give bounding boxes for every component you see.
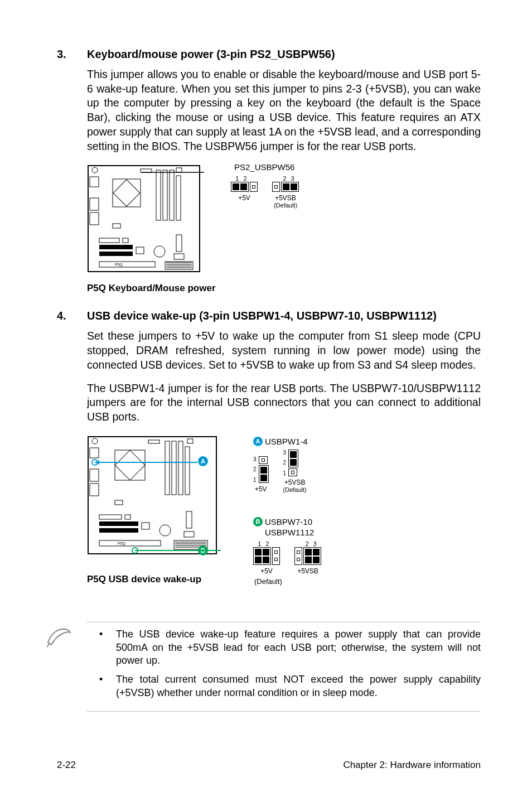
jumper-cluster-a: A USBPW1-4 3 2 1 bbox=[253, 437, 308, 493]
pin-label: 3 bbox=[313, 540, 317, 547]
svg-rect-9 bbox=[156, 170, 161, 220]
svg-rect-47 bbox=[99, 521, 138, 526]
svg-rect-45 bbox=[99, 515, 122, 519]
svg-rect-43 bbox=[185, 447, 190, 495]
svg-point-50 bbox=[159, 525, 171, 536]
pin-label: 1 bbox=[253, 477, 257, 483]
section-4-para-2: The USBPW1-4 jumper is for the rear USB … bbox=[87, 381, 481, 424]
svg-rect-46 bbox=[125, 515, 130, 519]
page-number: 2-22 bbox=[57, 760, 76, 771]
cluster-b-title-1: USBPW7-10 bbox=[265, 517, 312, 526]
page: 3. Keyboard/mouse power (3-pin PS2_USBPW… bbox=[0, 0, 532, 802]
svg-rect-2 bbox=[141, 169, 152, 172]
svg-text:A: A bbox=[201, 458, 205, 465]
jumper-5vsb: 2 3 +5VSB (Default) bbox=[272, 175, 299, 209]
diagram-1-caption: P5Q Keyboard/Mouse power bbox=[87, 283, 481, 294]
svg-rect-14 bbox=[99, 238, 119, 243]
page-footer: 2-22 Chapter 2: Hardware information bbox=[57, 760, 481, 771]
motherboard-outline-1: P5Q bbox=[87, 162, 204, 279]
note-pen-icon bbox=[46, 626, 72, 648]
chapter-label: Chapter 2: Hardware information bbox=[343, 760, 481, 771]
svg-rect-8 bbox=[113, 180, 140, 206]
volt-label: +5VSB bbox=[283, 479, 307, 486]
section-4-body: Set these jumpers to +5V to wake up the … bbox=[87, 329, 481, 424]
pin-label: 1 bbox=[283, 470, 287, 476]
svg-rect-33 bbox=[148, 440, 159, 443]
pin-label: 1 bbox=[258, 540, 261, 547]
note-list: The USB device wake-up feature requires … bbox=[87, 628, 481, 700]
jumper-a-5vsb: 3 2 1 +5VSB (Default) bbox=[283, 450, 307, 493]
svg-rect-41 bbox=[172, 441, 176, 495]
svg-rect-49 bbox=[142, 523, 149, 529]
svg-rect-20 bbox=[176, 235, 182, 252]
svg-rect-11 bbox=[170, 170, 174, 220]
svg-rect-36 bbox=[90, 469, 99, 481]
svg-rect-21 bbox=[174, 254, 184, 259]
svg-rect-51 bbox=[186, 511, 192, 528]
section-3-title: Keyboard/mouse power (3-pin PS2_USBPW56) bbox=[87, 48, 335, 61]
svg-rect-52 bbox=[184, 532, 194, 537]
section-4-header: 4. USB device wake-up (3-pin USBPW1-4, U… bbox=[57, 310, 481, 322]
svg-rect-34 bbox=[187, 439, 193, 443]
svg-rect-48 bbox=[99, 528, 138, 533]
jumper-b-5v: 1 2 +5V bbox=[253, 540, 280, 575]
diagram-2-default: (Default) bbox=[254, 577, 282, 586]
svg-point-19 bbox=[154, 246, 165, 257]
svg-rect-38 bbox=[115, 450, 145, 480]
default-label: (Default) bbox=[272, 202, 299, 209]
svg-rect-18 bbox=[136, 247, 144, 254]
badge-b-icon: B bbox=[253, 517, 263, 526]
pin-label: 3 bbox=[283, 450, 287, 456]
section-3: 3. Keyboard/mouse power (3-pin PS2_USBPW… bbox=[57, 48, 481, 294]
section-3-header: 3. Keyboard/mouse power (3-pin PS2_USBPW… bbox=[57, 48, 481, 61]
svg-text:P5Q: P5Q bbox=[115, 263, 123, 267]
pin-label: 2 bbox=[243, 175, 246, 182]
svg-rect-22 bbox=[99, 262, 155, 267]
pin-label: 3 bbox=[291, 175, 294, 182]
jumper-cluster-b: B USBPW7-10 USBPW1112 1 2 bbox=[253, 517, 321, 575]
note-item-2: The total current consumed must NOT exce… bbox=[116, 673, 481, 700]
diagram-2-caption: P5Q USB device wake-up bbox=[87, 574, 201, 585]
svg-rect-39 bbox=[115, 450, 145, 480]
volt-label: +5VSB bbox=[294, 567, 321, 575]
pin-label: 2 bbox=[283, 175, 286, 182]
section-3-number: 3. bbox=[57, 48, 87, 61]
default-label: (Default) bbox=[283, 486, 307, 493]
svg-rect-10 bbox=[163, 170, 167, 220]
svg-rect-6 bbox=[90, 212, 99, 225]
svg-rect-31 bbox=[88, 437, 216, 554]
jumper-block-ps2: PS2_USBPW56 1 2 +5 bbox=[231, 162, 299, 209]
svg-rect-5 bbox=[90, 198, 99, 210]
svg-rect-16 bbox=[99, 245, 133, 249]
volt-label: +5V bbox=[253, 485, 269, 493]
svg-point-32 bbox=[92, 438, 98, 444]
svg-rect-44 bbox=[115, 500, 123, 505]
svg-rect-13 bbox=[113, 224, 120, 228]
svg-rect-15 bbox=[123, 238, 128, 243]
section-4-para-1: Set these jumpers to +5V to wake up the … bbox=[87, 329, 481, 372]
cluster-a-title: USBPW1-4 bbox=[265, 437, 308, 446]
section-4: 4. USB device wake-up (3-pin USBPW1-4, U… bbox=[57, 310, 481, 606]
volt-label: +5VSB bbox=[272, 194, 299, 202]
note-box: The USB device wake-up feature requires … bbox=[87, 622, 481, 712]
svg-rect-12 bbox=[176, 176, 181, 220]
svg-rect-3 bbox=[176, 168, 182, 172]
svg-rect-17 bbox=[99, 252, 133, 256]
svg-rect-7 bbox=[113, 179, 141, 207]
jumper-5v: 1 2 +5V bbox=[231, 175, 258, 209]
svg-rect-42 bbox=[178, 441, 183, 495]
svg-point-1 bbox=[92, 167, 98, 173]
badge-a-icon: A bbox=[253, 437, 263, 446]
section-4-title: USB device wake-up (3-pin USBPW1-4, USBP… bbox=[87, 310, 437, 322]
jumper-a-5v: 3 2 1 +5V bbox=[253, 456, 269, 493]
motherboard-outline-2: P5Q A B bbox=[87, 433, 221, 567]
section-3-body: This jumper allows you to enable or disa… bbox=[87, 67, 481, 153]
svg-rect-35 bbox=[90, 448, 99, 458]
jumper-title: PS2_USBPW56 bbox=[231, 162, 299, 172]
diagram-1: P5Q PS2_USBPW56 bbox=[87, 162, 481, 294]
svg-rect-4 bbox=[90, 177, 99, 187]
pin-label: 2 bbox=[265, 540, 269, 547]
svg-rect-37 bbox=[90, 484, 99, 496]
svg-rect-53 bbox=[99, 540, 161, 546]
section-4-number: 4. bbox=[57, 310, 87, 322]
